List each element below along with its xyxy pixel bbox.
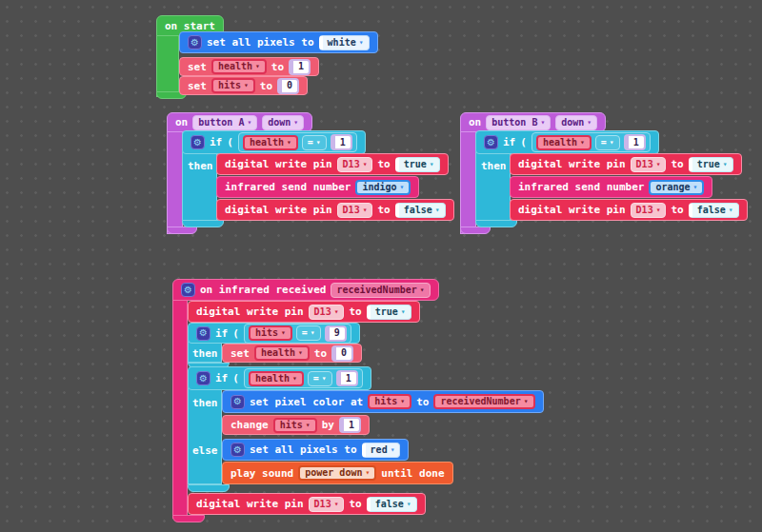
gear-icon[interactable]: ⚙: [181, 283, 195, 297]
operator-dropdown[interactable]: =▾: [296, 325, 321, 341]
variable-dropdown-health[interactable]: health▾: [243, 135, 298, 150]
comparison-block[interactable]: health▾ =▾ 1: [238, 132, 357, 152]
bool-dropdown[interactable]: true▾: [367, 305, 411, 320]
number-slot[interactable]: 1: [339, 417, 361, 433]
bool-dropdown[interactable]: false▾: [395, 203, 446, 218]
bool-dropdown[interactable]: false▾: [689, 203, 739, 218]
number-slot[interactable]: 1: [336, 370, 358, 386]
variable-dropdown-health[interactable]: health▾: [211, 59, 267, 74]
block-digital-write-pin[interactable]: digital write pin D13▾ to true▾: [510, 153, 742, 175]
operator-value: =: [313, 374, 319, 384]
block-infrared-send[interactable]: infrared send number indigo▾: [216, 176, 419, 198]
number-slot[interactable]: 0: [277, 78, 299, 94]
event-block-on-button-a[interactable]: on button A▾ down▾ ⚙ if ( health▾ =▾ 1 t…: [167, 112, 443, 238]
event-dropdown[interactable]: down▾: [262, 115, 304, 130]
operator-dropdown[interactable]: =▾: [308, 371, 332, 386]
block-set-hits[interactable]: set hits▾ to 0: [179, 76, 308, 95]
workspace[interactable]: { "palette":{"background":"#4E4E4E","gre…: [0, 0, 762, 532]
button-dropdown[interactable]: button B▾: [486, 115, 551, 130]
gear-icon[interactable]: ⚙: [190, 135, 205, 149]
pin-value: D13: [343, 160, 360, 169]
gear-icon[interactable]: ⚙: [231, 443, 245, 457]
pin-value: D13: [636, 160, 653, 169]
block-set-all-pixels[interactable]: ⚙ set all pixels to white▾: [179, 31, 378, 53]
bool-dropdown[interactable]: false▾: [367, 497, 417, 512]
variable-dropdown-health[interactable]: health▾: [249, 371, 304, 386]
variable-dropdown-hits[interactable]: hits▾: [368, 394, 411, 409]
gear-icon[interactable]: ⚙: [484, 135, 498, 149]
number-slot[interactable]: 0: [331, 345, 353, 362]
variable-dropdown-receivedNumber[interactable]: receivedNumber▾: [433, 394, 534, 409]
color-dropdown-orange[interactable]: orange▾: [649, 180, 704, 195]
chevron-down-icon: ▾: [363, 207, 368, 214]
bool-dropdown[interactable]: true▾: [689, 157, 733, 172]
number-slot[interactable]: 1: [289, 59, 311, 75]
if-block[interactable]: ⚙ if ( health▾ =▾ 1: [182, 130, 366, 154]
pin-dropdown[interactable]: D13▾: [631, 203, 667, 218]
gear-icon[interactable]: ⚙: [231, 395, 245, 409]
on-button-b-header[interactable]: on button B▾ down▾: [460, 112, 606, 132]
pin-dropdown[interactable]: D13▾: [337, 203, 373, 218]
event-block-on-start[interactable]: on start ⚙ set all pixels to white▾ set …: [156, 15, 394, 106]
block-digital-write-pin[interactable]: digital write pin D13▾ to false▾: [510, 199, 748, 221]
if-block[interactable]: ⚙ if ( hits▾ =▾ 9: [188, 323, 360, 344]
variable-dropdown-hits[interactable]: hits▾: [273, 418, 317, 433]
operator-value: =: [302, 328, 308, 338]
if-block[interactable]: ⚙ if ( health▾ =▾ 1: [475, 130, 659, 154]
color-dropdown-red[interactable]: red▾: [362, 443, 401, 458]
block-foot: [460, 227, 491, 234]
variable-dropdown-health[interactable]: health▾: [254, 345, 310, 361]
pin-dropdown[interactable]: D13▾: [337, 157, 373, 172]
gear-icon[interactable]: ⚙: [196, 371, 211, 385]
block-set-health[interactable]: set health▾ to 0: [222, 344, 362, 363]
sound-dropdown[interactable]: power down▾: [298, 465, 376, 481]
block-label-suffix: until done: [381, 468, 444, 479]
block-label: set pixel color at: [250, 397, 363, 407]
pin-dropdown[interactable]: D13▾: [309, 305, 345, 320]
operator-value: =: [308, 138, 313, 148]
block-digital-write-pin[interactable]: digital write pin D13▾ to false▾: [216, 199, 454, 221]
on-button-a-header[interactable]: on button A▾ down▾: [167, 112, 312, 132]
block-label: set all pixels to: [207, 37, 314, 48]
comparison-block[interactable]: health▾ =▾ 1: [244, 368, 363, 388]
block-label-to: to: [671, 205, 683, 215]
number-slot[interactable]: 9: [325, 325, 347, 342]
block-label: infrared send number: [225, 182, 351, 192]
operator-dropdown[interactable]: =▾: [595, 135, 620, 150]
chevron-down-icon: ▾: [610, 139, 614, 147]
block-change-hits[interactable]: change hits▾ by 1: [222, 415, 370, 435]
gear-icon[interactable]: ⚙: [196, 326, 211, 341]
gear-icon[interactable]: ⚙: [188, 35, 202, 49]
block-digital-write-pin[interactable]: digital write pin D13▾ to true▾: [216, 153, 449, 175]
param-dropdown-receivedNumber[interactable]: receivedNumber▾: [331, 283, 430, 298]
comparison-block[interactable]: hits▾ =▾ 9: [244, 324, 351, 344]
pin-dropdown[interactable]: D13▾: [309, 497, 345, 512]
block-rail: [460, 122, 476, 234]
on-infrared-received-header[interactable]: ⚙ on infrared received receivedNumber▾: [172, 279, 439, 301]
block-set-pixel-color[interactable]: ⚙ set pixel color at hits▾ to receivedNu…: [222, 390, 544, 413]
variable-dropdown-health[interactable]: health▾: [536, 135, 592, 150]
block-set-health[interactable]: set health▾ to 1: [179, 57, 319, 76]
block-set-all-pixels[interactable]: ⚙ set all pixels to red▾: [222, 439, 409, 461]
operator-dropdown[interactable]: =▾: [302, 135, 327, 150]
event-block-on-infrared-received[interactable]: ⚙ on infrared received receivedNumber▾ d…: [172, 279, 553, 526]
variable-name: hits: [280, 421, 303, 430]
event-block-on-button-b[interactable]: on button B▾ down▾ ⚙ if ( health▾ =▾ 1 t…: [460, 112, 736, 238]
number-slot[interactable]: 1: [624, 134, 646, 150]
pin-dropdown[interactable]: D13▾: [631, 157, 667, 172]
block-digital-write-pin[interactable]: digital write pin D13▾ to false▾: [188, 493, 426, 515]
comparison-block[interactable]: health▾ =▾ 1: [531, 132, 651, 152]
variable-dropdown-hits[interactable]: hits▾: [211, 78, 255, 93]
block-label-on: on: [469, 117, 481, 128]
event-dropdown[interactable]: down▾: [555, 115, 597, 130]
block-infrared-send[interactable]: infrared send number orange▾: [510, 176, 712, 198]
color-dropdown-white[interactable]: white▾: [319, 35, 370, 50]
color-dropdown-indigo[interactable]: indigo▾: [355, 180, 411, 195]
variable-dropdown-hits[interactable]: hits▾: [249, 325, 292, 341]
number-slot[interactable]: 1: [331, 134, 352, 150]
if-block[interactable]: ⚙ if ( health▾ =▾ 1: [188, 366, 371, 390]
block-digital-write-pin[interactable]: digital write pin D13▾ to true▾: [188, 301, 420, 323]
bool-dropdown[interactable]: true▾: [395, 157, 440, 172]
block-play-sound[interactable]: play sound power down▾ until done: [222, 462, 453, 484]
button-dropdown[interactable]: button A▾: [192, 115, 257, 130]
